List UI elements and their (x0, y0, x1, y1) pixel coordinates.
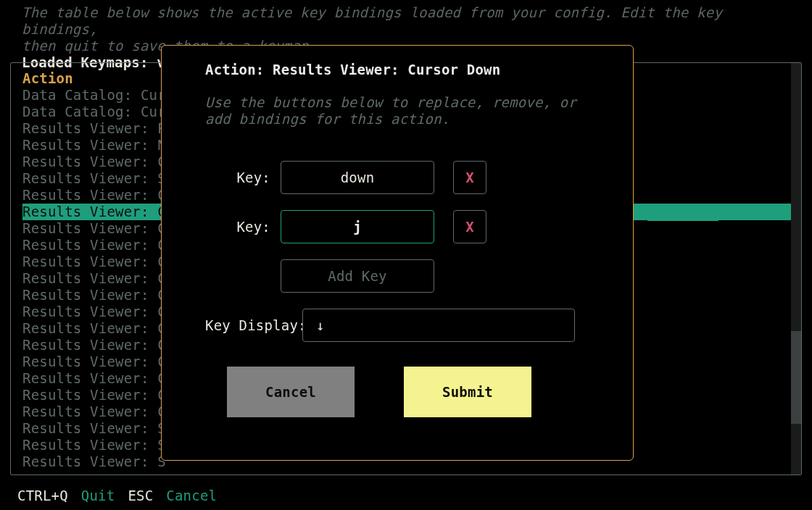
row-action-label: Results Viewer: C (22, 354, 166, 369)
row-action-label: Results Viewer: C (22, 370, 166, 386)
key-2-input[interactable]: j (281, 210, 434, 243)
row-action-label: Results Viewer: C (22, 220, 166, 236)
row-action-label: Results Viewer: C (22, 237, 166, 253)
app-screen: The table below shows the active key bin… (0, 0, 812, 510)
row-action-label: Results Viewer: C (22, 204, 166, 220)
remove-key-1-button[interactable]: X (453, 161, 486, 194)
row-action-label: Results Viewer: C (22, 187, 166, 203)
intro-line-1: The table below shows the active key bin… (22, 4, 722, 37)
quit-key-hint: CTRL+Q (17, 488, 68, 503)
key-display-input[interactable]: ↓ (302, 309, 575, 342)
row-action-label: Results Viewer: C (22, 154, 166, 170)
row-action-label: Data Catalog: Cur (22, 87, 166, 103)
key-2-label: Key: (205, 219, 281, 235)
cancel-label: Cancel (166, 488, 217, 503)
scrollbar-track[interactable] (791, 63, 801, 475)
key-1-input[interactable]: down (281, 161, 434, 194)
cancel-button[interactable]: Cancel (227, 367, 355, 417)
row-action-label: Results Viewer: S (22, 170, 166, 186)
edit-binding-modal: Action: Results Viewer: Cursor Down Use … (161, 45, 634, 461)
row-action-label: Results Viewer: S (22, 420, 166, 436)
cancel-key-hint: ESC (128, 488, 153, 503)
row-action-label: Results Viewer: C (22, 287, 166, 303)
modal-help-text: Use the buttons below to replace, remove… (186, 78, 608, 128)
row-action-label: Results Viewer: C (22, 337, 166, 353)
key-1-label: Key: (205, 170, 281, 186)
row-action-label: Results Viewer: C (22, 320, 166, 336)
row-action-label: Results Viewer: C (22, 404, 166, 419)
key-display-label: Key Display: (205, 317, 302, 334)
remove-key-2-button[interactable]: X (453, 210, 486, 243)
modal-title: Action: Results Viewer: Cursor Down (186, 62, 608, 78)
row-action-label: Results Viewer: C (22, 270, 166, 286)
submit-button[interactable]: Submit (404, 367, 531, 417)
row-action-label: Results Viewer: C (22, 304, 166, 319)
quit-label: Quit (81, 488, 115, 503)
selection-highlight-tail (647, 204, 718, 221)
row-action-label: Results Viewer: P (22, 120, 166, 136)
row-action-label: Results Viewer: C (22, 387, 166, 403)
add-key-button[interactable]: Add Key (281, 259, 434, 293)
row-action-label: Results Viewer: S (22, 437, 166, 453)
footer-hints: CTRL+QQuitESCCancel (17, 488, 217, 504)
scrollbar-thumb[interactable] (791, 331, 801, 424)
row-action-label: Results Viewer: C (22, 254, 166, 269)
row-action-label: Results Viewer: S (22, 453, 166, 469)
row-action-label: Results Viewer: N (22, 137, 166, 153)
row-action-label: Data Catalog: Cur (22, 104, 166, 120)
